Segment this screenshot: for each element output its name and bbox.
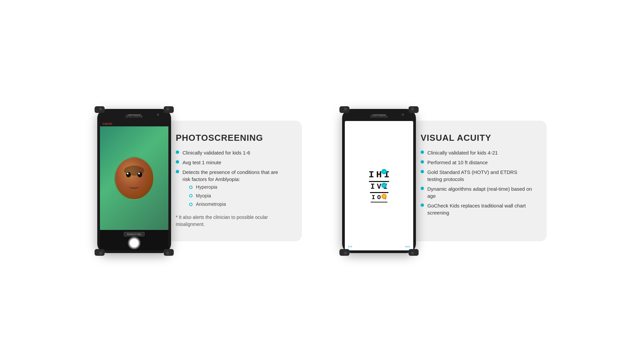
va-letters: I H I ✓ I V I ✓ <box>369 127 389 245</box>
va-letter-h: H <box>376 170 382 180</box>
main-container: GoCheck Cancel <box>0 89 644 273</box>
va-indicator-check2: ✓ <box>381 183 387 188</box>
face-area <box>100 126 168 230</box>
sub-bullet-text: Hyperopia <box>196 184 217 191</box>
phone-device-va: GoCheck I H I ✓ <box>342 109 416 253</box>
va-phone: GoCheck I H I ✓ <box>342 109 416 253</box>
bullet-text: Performed at 10 ft distance <box>427 159 488 166</box>
bullet-dot <box>421 160 424 164</box>
bullet-dot <box>176 150 179 154</box>
va-letter-i3: I <box>370 183 375 191</box>
screen-photo-content: Cancel Ready to <box>100 121 168 250</box>
bumper-dot-tl <box>344 108 347 110</box>
va-letter-i1: I <box>369 170 374 180</box>
bullet-text: Avg test 1 minute <box>182 159 221 166</box>
bullet-item: Performed at 10 ft distance <box>421 159 532 166</box>
phone-camera-dot <box>157 114 159 116</box>
bullet-dot <box>176 170 179 173</box>
nested-block: Detects the presence of conditions that … <box>182 169 287 208</box>
photoscreening-title: PHOTOSCREENING <box>176 133 287 143</box>
va-title: VISUAL ACUITY <box>421 133 532 143</box>
bullet-item: Clinically validated for kids 4-21 <box>421 149 532 156</box>
bullet-item: Clinically validated for kids 1-6 <box>176 149 287 156</box>
va-indicator-check1: ✓ <box>381 169 387 174</box>
sub-bullet-item: Myopia <box>189 193 287 199</box>
va-divider2 <box>370 192 388 193</box>
phone-speaker-va <box>372 114 386 116</box>
va-row-1: I H I ✓ <box>369 170 389 180</box>
face-circle <box>114 157 154 200</box>
capture-button <box>129 238 140 248</box>
screen-topbar: Cancel <box>100 121 168 126</box>
phone-top-bar-va: GoCheck <box>344 112 414 121</box>
photoscreening-card: PHOTOSCREENING Clinically validated for … <box>161 121 302 241</box>
va-next[interactable]: Next <box>405 245 410 248</box>
bumper-dot-bl <box>344 252 347 254</box>
bumper-dot-tr <box>166 108 169 110</box>
screen-va-content: I H I ✓ I V I ✓ <box>345 121 413 250</box>
va-exit[interactable]: Exit <box>348 245 352 248</box>
va-divider1 <box>369 181 389 182</box>
photoscreening-note: * It also alerts the clinician to possib… <box>176 214 287 228</box>
va-row-3: I O I ✗ <box>369 194 389 200</box>
face-eyes <box>126 172 142 177</box>
photoscreening-phone: GoCheck Cancel <box>97 109 171 253</box>
phone-camera-dot-va <box>402 114 404 116</box>
sub-bullet-item: Hyperopia <box>189 184 287 191</box>
va-divider3 <box>371 202 387 202</box>
va-row-2: I V I ✓ <box>369 183 389 191</box>
phone-screen-va: I H I ✓ I V I ✓ <box>345 121 413 250</box>
va-bullets: Clinically validated for kids 4-21 Perfo… <box>421 149 532 216</box>
phone-screen-photo: Cancel Ready to <box>100 121 168 250</box>
bullet-text: Clinically validated for kids 1-6 <box>182 149 250 156</box>
visual-acuity-section: GoCheck I H I ✓ <box>342 109 547 253</box>
va-letter-o: O <box>377 194 381 200</box>
cancel-label: Cancel <box>103 122 112 125</box>
bullet-text: Clinically validated for kids 4-21 <box>427 149 498 156</box>
bullet-item: Avg test 1 minute <box>176 159 287 166</box>
sub-bullet-circle <box>189 203 193 206</box>
bullet-text: Dynamic algorithms adapt (real-time) bas… <box>427 185 532 199</box>
va-nav: Exit Next <box>347 245 411 248</box>
photoscreening-section: GoCheck Cancel <box>97 109 302 253</box>
bumper-dot-tl <box>99 108 102 110</box>
bumper-dot-br <box>411 252 414 254</box>
sub-bullet-text: Myopia <box>196 193 211 199</box>
phone-top-bar-photo: GoCheck <box>99 112 169 121</box>
sub-bullet-circle <box>189 194 193 197</box>
sub-bullet-item: Anisometropia <box>189 201 287 208</box>
sub-bullet-text: Anisometropia <box>196 201 226 208</box>
bullet-item: Gold Standard ATS (HOTV) and ETDRS testi… <box>421 169 532 183</box>
bullet-dot <box>421 150 424 154</box>
bullet-dot <box>421 187 424 190</box>
bullet-item: Dynamic algorithms adapt (real-time) bas… <box>421 185 532 199</box>
bullet-item-nested: Detects the presence of conditions that … <box>176 169 287 208</box>
eye-left <box>126 172 131 177</box>
face-mouth <box>129 185 139 189</box>
va-indicator-x: ✗ <box>381 194 387 199</box>
bullet-dot <box>176 160 179 164</box>
bullet-text-main: Detects the presence of conditions that … <box>182 169 287 183</box>
sub-bullet-list: Hyperopia Myopia Anisometropia <box>182 184 287 208</box>
bumper-dot-br <box>166 252 169 254</box>
screen-bottom: Ready to take <box>100 230 168 250</box>
ready-badge: Ready to take <box>124 232 144 236</box>
bullet-text: GoCheck Kids replaces traditional wall c… <box>427 202 532 216</box>
eye-right <box>138 172 142 177</box>
bumper-dot-bl <box>99 252 102 254</box>
bullet-dot <box>421 203 424 207</box>
bumper-dot-tr <box>411 108 414 110</box>
va-card: VISUAL ACUITY Clinically validated for k… <box>406 121 547 241</box>
photoscreening-bullets: Clinically validated for kids 1-6 Avg te… <box>176 149 287 208</box>
va-letter-i5: I <box>372 194 375 200</box>
bullet-text: Gold Standard ATS (HOTV) and ETDRS testi… <box>427 169 532 183</box>
va-letter-v: V <box>377 183 381 191</box>
bullet-item: GoCheck Kids replaces traditional wall c… <box>421 202 532 216</box>
phone-speaker <box>127 114 141 116</box>
bullet-dot <box>421 170 424 173</box>
sub-bullet-circle <box>189 186 193 189</box>
phone-device-photo: GoCheck Cancel <box>97 109 171 253</box>
